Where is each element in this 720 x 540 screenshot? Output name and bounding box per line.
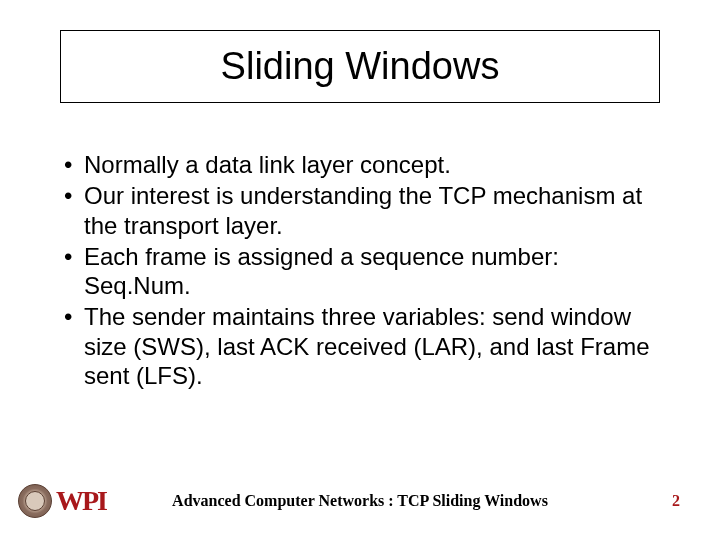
- list-item: Normally a data link layer concept.: [60, 150, 665, 179]
- list-item: The sender maintains three variables: se…: [60, 302, 665, 390]
- footer-course-title: Advanced Computer Networks : TCP Sliding…: [0, 492, 720, 510]
- footer: WPI Advanced Computer Networks : TCP Sli…: [0, 478, 720, 518]
- page-number: 2: [672, 492, 680, 510]
- content-area: Normally a data link layer concept. Our …: [60, 150, 665, 392]
- title-container: Sliding Windows: [60, 30, 660, 103]
- list-item: Each frame is assigned a sequence number…: [60, 242, 665, 301]
- slide-title: Sliding Windows: [71, 45, 649, 88]
- bullet-list: Normally a data link layer concept. Our …: [60, 150, 665, 390]
- list-item: Our interest is understanding the TCP me…: [60, 181, 665, 240]
